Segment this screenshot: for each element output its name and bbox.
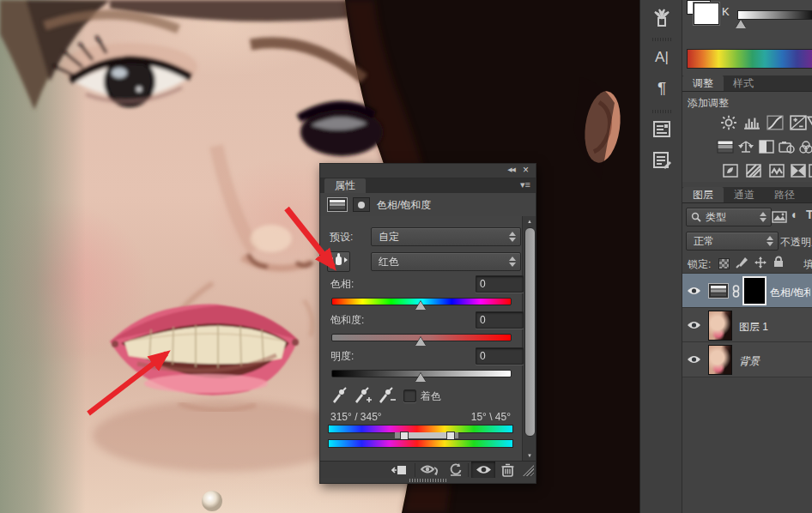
right-dock: K 调整 样式 添加调整 xyxy=(682,0,812,513)
lightness-slider-thumb[interactable] xyxy=(415,373,426,382)
hue-slider-thumb[interactable] xyxy=(415,301,426,310)
eyedropper-minus-icon[interactable] xyxy=(377,387,396,404)
clip-to-layer-icon[interactable] xyxy=(391,464,407,476)
lock-position-icon[interactable] xyxy=(754,256,767,269)
selective-color-icon[interactable] xyxy=(808,163,812,178)
tab-layers[interactable]: 图层 xyxy=(682,187,724,202)
threshold-icon[interactable] xyxy=(768,163,785,178)
k-slider-label: K xyxy=(722,5,730,18)
channel-select[interactable]: 红色 xyxy=(371,252,521,271)
brush-presets-panel-icon[interactable] xyxy=(651,7,673,29)
k-slider-track[interactable] xyxy=(737,10,812,20)
character-styles-panel-icon[interactable] xyxy=(652,120,671,139)
eyedropper-icon[interactable] xyxy=(330,387,348,404)
visibility-eye-icon[interactable] xyxy=(687,320,701,330)
layer-thumbnail[interactable] xyxy=(708,345,732,375)
panel-tab-row: 属性 ▾≡ xyxy=(320,178,536,193)
layer-mask-thumbnail[interactable] xyxy=(742,276,767,305)
layer-row[interactable]: 图层 1 xyxy=(682,307,812,342)
preset-select[interactable]: 自定 xyxy=(371,227,521,246)
filter-adjustment-icon[interactable]: ◐ xyxy=(791,208,798,221)
colorize-label: 着色 xyxy=(421,389,441,404)
character-panel-icon[interactable]: A| xyxy=(640,45,683,70)
color-spectrum-ramp[interactable] xyxy=(687,49,812,69)
paragraph-styles-panel-icon[interactable] xyxy=(652,151,671,170)
mask-badge-icon[interactable] xyxy=(353,197,370,212)
adjustments-panel: 调整 样式 添加调整 xyxy=(682,75,812,182)
panel-resize-grip[interactable] xyxy=(523,465,534,476)
color-balance-icon[interactable] xyxy=(737,139,754,154)
panel-scrollbar[interactable]: ▲ ▼ xyxy=(522,216,536,461)
collapse-panel-icon[interactable]: ◀◀ xyxy=(507,166,515,173)
lightness-value-input[interactable] xyxy=(476,347,524,365)
exposure-icon[interactable] xyxy=(790,115,807,130)
hue-value-input[interactable] xyxy=(476,275,524,293)
photo-filter-icon[interactable] xyxy=(779,139,796,154)
vibrance-icon[interactable] xyxy=(806,115,812,130)
lock-transparency-icon[interactable] xyxy=(718,258,730,269)
lock-all-icon[interactable] xyxy=(773,256,784,268)
close-panel-icon[interactable]: × xyxy=(523,164,529,176)
channel-mixer-icon[interactable] xyxy=(797,139,812,154)
panel-titlebar[interactable]: ◀◀ × xyxy=(320,164,536,178)
blend-mode-select[interactable]: 正常 xyxy=(686,232,779,250)
visibility-eye-icon[interactable] xyxy=(687,354,701,365)
search-icon xyxy=(691,212,701,222)
layer-name[interactable]: 色相/饱和度 xyxy=(770,286,810,300)
panel-menu-icon[interactable]: ▾≡ xyxy=(520,179,530,190)
filter-type-icon[interactable]: T xyxy=(806,208,812,221)
invert-icon[interactable] xyxy=(722,163,739,178)
delete-adjustment-icon[interactable] xyxy=(500,463,515,477)
view-previous-state-icon[interactable] xyxy=(421,464,441,476)
toggle-visibility-button[interactable] xyxy=(471,462,495,479)
gradient-map-icon[interactable] xyxy=(790,163,807,178)
layer-row-adjustment[interactable]: 色相/饱和度 xyxy=(682,273,812,308)
tab-adjustments[interactable]: 调整 xyxy=(682,75,724,91)
lock-label: 锁定: xyxy=(688,257,711,272)
curves-icon[interactable] xyxy=(767,115,784,130)
lock-pixels-icon[interactable] xyxy=(736,256,748,269)
scroll-down-arrow[interactable]: ▼ xyxy=(523,450,536,461)
paragraph-panel-icon[interactable]: ¶ xyxy=(640,75,683,101)
k-slider-thumb[interactable] xyxy=(736,20,746,28)
foreground-color-swatch[interactable] xyxy=(694,3,719,25)
saturation-label: 饱和度: xyxy=(330,313,364,328)
tab-channels[interactable]: 通道 xyxy=(724,187,765,202)
reset-icon[interactable] xyxy=(448,463,464,477)
tab-properties[interactable]: 属性 xyxy=(324,178,366,193)
saturation-value-input[interactable] xyxy=(476,311,524,329)
tab-paths[interactable]: 路径 xyxy=(765,187,804,202)
eyedropper-plus-icon[interactable] xyxy=(353,387,372,404)
photoshop-window: A| ¶ K 调整 样式 添加调整 xyxy=(0,0,812,513)
hue-saturation-badge-icon xyxy=(327,197,348,212)
layer-thumbnail[interactable] xyxy=(708,311,732,341)
layers-panel: 图层 通道 路径 类型 ◐ T 正常 不透明度: 锁定: xyxy=(682,182,812,513)
layer-mask-link-icon[interactable] xyxy=(732,285,740,298)
black-white-icon[interactable] xyxy=(758,139,775,154)
brightness-contrast-icon[interactable] xyxy=(720,115,737,130)
panel-drag-strip[interactable] xyxy=(320,478,536,483)
levels-icon[interactable] xyxy=(743,115,760,130)
layer-row-background[interactable]: 背景 xyxy=(682,341,812,377)
fill-label: 填充: xyxy=(803,257,812,272)
posterize-icon[interactable] xyxy=(745,163,762,178)
layer-filter-type-select[interactable]: 类型 xyxy=(686,208,772,226)
hue-label: 色相: xyxy=(330,277,354,292)
colorize-checkbox[interactable] xyxy=(403,389,416,402)
visibility-eye-icon[interactable] xyxy=(687,286,701,296)
filter-image-icon[interactable] xyxy=(772,211,787,223)
scroll-up-arrow[interactable]: ▲ xyxy=(523,216,536,226)
saturation-slider-thumb[interactable] xyxy=(415,337,426,346)
scroll-thumb[interactable] xyxy=(524,227,536,437)
layer-name[interactable]: 背景 xyxy=(739,354,760,369)
color-panel: K xyxy=(682,0,812,75)
mouth xyxy=(110,305,299,395)
panel-bottom-bar xyxy=(320,461,536,479)
hue-saturation-icon[interactable] xyxy=(717,139,734,154)
layer-name[interactable]: 图层 1 xyxy=(739,320,768,335)
tab-styles[interactable]: 样式 xyxy=(724,75,763,91)
hue-saturation-thumbnail[interactable] xyxy=(708,283,729,299)
targeted-adjustment-button[interactable] xyxy=(327,251,350,272)
range-mid-segment[interactable] xyxy=(407,432,446,438)
panel-content: ▲ ▼ 预设: 自定 红色 色相: 饱和度: xyxy=(320,216,536,461)
